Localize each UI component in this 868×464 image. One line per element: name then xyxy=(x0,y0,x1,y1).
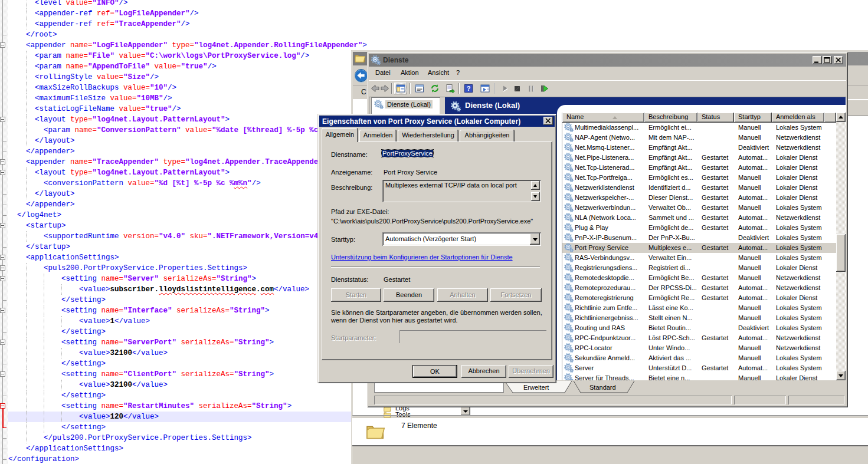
service-row[interactable]: NetzwerklistendienstIdentifiziert d...Ge… xyxy=(562,183,836,193)
dialog-tab-page: Dienstname: PortProxyService Anzeigename… xyxy=(322,141,552,360)
cell: Lokales System xyxy=(776,244,826,251)
tab-allgemein[interactable]: Allgemein xyxy=(322,128,358,142)
start-service-icon[interactable] xyxy=(500,84,510,93)
service-row[interactable]: Plug & PlayErmöglicht de...GestartetAuto… xyxy=(562,223,836,233)
forward-icon[interactable] xyxy=(380,84,389,93)
service-row[interactable]: Net.Tcp-Listenerad...Empfängt Akt...Gest… xyxy=(562,163,836,173)
service-row[interactable]: Remotedesktopdie...Ermöglicht Be...Gesta… xyxy=(562,273,836,283)
service-row[interactable]: Registrierungsdiens...Registriert di...M… xyxy=(562,263,836,273)
service-gear-icon xyxy=(564,323,574,333)
service-row[interactable]: Sekundäre Anmeld...Aktiviert das ...Manu… xyxy=(562,353,836,363)
menu-aktion[interactable]: Aktion xyxy=(401,69,419,76)
column-header-name[interactable]: Name xyxy=(562,113,644,123)
service-row[interactable]: Server für Threads...Bietet eine n...Man… xyxy=(562,373,836,380)
cell: Dieser Dienst... xyxy=(648,194,697,201)
cell: NAP-Agent (Netwo... xyxy=(575,134,643,141)
tab-abhaengigkeiten[interactable]: Abhängigkeiten xyxy=(460,130,515,142)
service-row[interactable]: Port Proxy ServiceMultiplexes e...Gestar… xyxy=(562,243,836,253)
column-header-anmelden-als[interactable]: Anmelden als xyxy=(772,113,824,123)
starten-button[interactable]: Starten xyxy=(331,288,381,302)
dropdown-button[interactable] xyxy=(460,407,470,416)
service-row[interactable]: Richtlinienergebniss...Stellt einen N...… xyxy=(562,313,836,323)
fortsetzen-button[interactable]: Fortsetzen xyxy=(490,288,542,302)
stop-service-icon[interactable] xyxy=(512,84,522,93)
cell: Netzwerkdienst xyxy=(776,144,826,151)
ok-button[interactable]: OK xyxy=(412,365,457,378)
cell: RAS-Verbindungsv... xyxy=(575,254,643,261)
maximize-button[interactable] xyxy=(823,56,832,64)
service-row[interactable]: RemoteregistrierungErmöglicht Re...Gesta… xyxy=(562,293,836,303)
service-row[interactable]: RAS-Verbindungsv...Verwaltet Ein...Manue… xyxy=(562,253,836,263)
column-header-beschreibung[interactable]: Beschreibung xyxy=(644,113,697,123)
scroll-up-button[interactable] xyxy=(836,113,846,122)
tab-wiederherstellung[interactable]: Wiederherstellung xyxy=(398,130,458,142)
menu-datei[interactable]: Datei xyxy=(375,69,391,76)
tree-item-dienste-lokal[interactable]: Dienste (Lokal) xyxy=(385,100,433,108)
beenden-button[interactable]: Beenden xyxy=(384,288,434,302)
cell: Verwaltet Ein... xyxy=(648,254,697,261)
tab-standard[interactable]: Standard xyxy=(589,384,616,391)
column-header-starttyp[interactable]: Starttyp xyxy=(734,113,772,123)
column-header-status[interactable]: Status xyxy=(697,113,734,123)
menu-hilfe[interactable]: ? xyxy=(456,69,460,76)
cell: Manuell xyxy=(738,314,772,321)
uebernehmen-button[interactable]: Übernehmen xyxy=(509,365,553,378)
cell: Der RPCSS-Di... xyxy=(648,284,697,291)
show-console-tree-button[interactable] xyxy=(394,83,407,94)
properties-icon[interactable] xyxy=(415,84,424,93)
abbrechen-button[interactable]: Abbrechen xyxy=(461,365,506,378)
service-row[interactable]: NLA (Network Loca...Sammelt und ...Gesta… xyxy=(562,213,836,223)
beschreibung-scroll-down[interactable] xyxy=(531,192,540,201)
toolbar-separator xyxy=(458,83,460,94)
service-row[interactable]: Remoteprozedurau...Der RPCSS-Di...Gestar… xyxy=(562,283,836,293)
service-row[interactable]: RPC-Endpunktzuor...Löst RPC-Sch...Gestar… xyxy=(562,333,836,343)
service-row[interactable]: Net.Tcp-Portfreiga...Ermöglicht es...Ges… xyxy=(562,173,836,183)
service-row[interactable]: RPC-LocatorUnter Windo...ManuellNetzwerk… xyxy=(562,343,836,353)
beschreibung-field[interactable]: Multiplexes external TCP/IP data on loca… xyxy=(382,180,541,202)
menu-ansicht[interactable]: Ansicht xyxy=(428,69,449,76)
startoptionen-link[interactable]: Unterstützung beim Konfigurieren der Sta… xyxy=(331,254,513,261)
scroll-down-button[interactable] xyxy=(836,371,846,380)
restart-service-icon[interactable] xyxy=(539,84,549,93)
minimize-button[interactable] xyxy=(813,56,822,64)
close-button[interactable] xyxy=(834,56,843,64)
scrollbar-thumb[interactable] xyxy=(836,234,846,272)
export-list-icon[interactable] xyxy=(446,84,455,93)
help-icon[interactable] xyxy=(464,84,473,93)
dialog-title-bar[interactable]: Eigenschaften von Port Proxy Service (Lo… xyxy=(319,116,555,127)
tab-erweitert[interactable]: Erweitert xyxy=(523,384,549,391)
back-button[interactable] xyxy=(354,68,368,83)
service-row[interactable]: PnP-X-IP-Busenum...Der PnP-X-Bu...Deakti… xyxy=(562,233,836,243)
service-row[interactable]: NAP-Agent (Netwo...Mit dem NAP-...Manuel… xyxy=(562,133,836,143)
starttyp-combobox[interactable]: Automatisch (Verzögerter Start) xyxy=(382,232,541,246)
cell: Gestartet xyxy=(702,164,734,171)
cell: Ermöglicht ei... xyxy=(648,124,697,131)
startparameter-field[interactable] xyxy=(399,330,546,343)
editor-fold-margin[interactable] xyxy=(0,0,8,464)
service-row[interactable]: Routing und RASBietet Routin...Deaktivie… xyxy=(562,323,836,333)
service-row[interactable]: Multimediaklassenpl...Ermöglicht ei...Ma… xyxy=(562,123,836,133)
folder-item-tools[interactable]: Tools xyxy=(384,411,502,417)
service-row[interactable]: Net.Msmq-Listener...Empfängt Akt...Deakt… xyxy=(562,143,836,153)
dialog-close-button[interactable] xyxy=(543,117,553,125)
services-title-bar[interactable]: Dienste xyxy=(369,54,846,67)
beschreibung-scroll-up[interactable] xyxy=(531,181,540,190)
starttyp-dropdown-button[interactable] xyxy=(530,233,540,245)
anhalten-button[interactable]: Anhalten xyxy=(437,288,488,302)
pause-service-icon[interactable] xyxy=(526,84,536,93)
show-window-icon[interactable] xyxy=(480,84,490,93)
refresh-icon[interactable] xyxy=(430,84,440,93)
back-icon[interactable] xyxy=(371,84,380,93)
tab-anmelden[interactable]: Anmelden xyxy=(359,130,397,142)
service-row[interactable]: Netzwerkspeicher-...Dieser Dienst...Gest… xyxy=(562,193,836,203)
services-list[interactable]: Name Beschreibung Status Starttyp Anmeld… xyxy=(562,113,836,380)
service-row[interactable]: Net.Pipe-Listenera...Empfängt Akt...Gest… xyxy=(562,153,836,163)
service-row[interactable]: Netzwerkverbindun...Verwaltet Ob...Gesta… xyxy=(562,203,836,213)
cell: RPC-Endpunktzuor... xyxy=(575,334,643,341)
list-scrollbar[interactable] xyxy=(836,113,846,380)
service-row[interactable]: Richtlinie zum Entfe...Lässt eine Ko...M… xyxy=(562,303,836,313)
service-row[interactable]: ServerUnterstützt D...GestartetAutomat..… xyxy=(562,363,836,373)
dienstname-value[interactable]: PortProxyService xyxy=(382,150,433,157)
cell: Ermöglicht Be... xyxy=(648,274,697,281)
code-line: <appender-ref ref="LogFileAppender"/> xyxy=(8,8,868,19)
